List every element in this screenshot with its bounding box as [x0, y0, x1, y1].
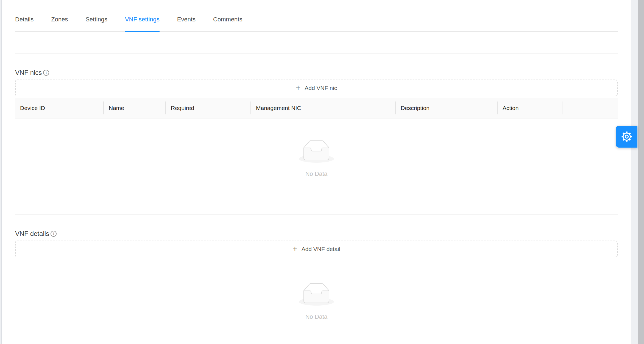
column-header-action: Action — [498, 98, 562, 118]
add-vnf-detail-button[interactable]: + Add VNF detail — [15, 241, 618, 257]
tab-events[interactable]: Events — [177, 0, 196, 31]
column-header-description: Description — [396, 98, 498, 118]
no-data-text: No Data — [305, 313, 328, 320]
vnf-details-title-text: VNF details — [15, 230, 49, 238]
vnf-nics-table-header: Device ID Name Required Management NIC D… — [15, 98, 618, 119]
tab-vnf-settings[interactable]: VNF settings — [125, 0, 160, 31]
info-circle-icon[interactable]: i — [43, 70, 49, 76]
add-vnf-nic-button[interactable]: + Add VNF nic — [15, 80, 618, 96]
add-vnf-nic-label: Add VNF nic — [305, 85, 337, 91]
vnf-nics-empty-state: No Data — [15, 140, 618, 177]
right-gutter — [631, 0, 638, 344]
page: Details Zones Settings VNF settings Even… — [0, 0, 644, 344]
column-header-name: Name — [104, 98, 166, 118]
empty-inbox-icon — [299, 140, 334, 163]
divider — [15, 201, 618, 201]
divider — [15, 214, 618, 215]
tab-settings[interactable]: Settings — [85, 0, 107, 31]
gear-icon — [621, 131, 632, 142]
column-header-device-id: Device ID — [15, 98, 104, 118]
vnf-nics-title: VNF nics i — [15, 69, 49, 77]
scrollbar[interactable] — [638, 0, 644, 344]
column-header-required: Required — [166, 98, 251, 118]
info-circle-icon[interactable]: i — [51, 231, 57, 237]
vnf-nics-title-text: VNF nics — [15, 69, 42, 77]
vnf-details-title: VNF details i — [15, 230, 57, 238]
settings-fab-button[interactable] — [616, 126, 637, 148]
vnf-details-empty-state: No Data — [15, 283, 618, 320]
add-vnf-detail-label: Add VNF detail — [302, 246, 340, 252]
plus-icon: + — [292, 245, 297, 253]
tab-bar: Details Zones Settings VNF settings Even… — [15, 0, 618, 32]
no-data-text: No Data — [305, 170, 328, 177]
column-header-management-nic: Management NIC — [251, 98, 396, 118]
plus-icon: + — [296, 84, 301, 92]
tab-comments[interactable]: Comments — [213, 0, 242, 31]
tab-zones[interactable]: Zones — [51, 0, 68, 31]
tab-details[interactable]: Details — [15, 0, 34, 31]
left-panel-edge — [0, 0, 2, 344]
empty-inbox-icon — [299, 283, 334, 306]
divider — [15, 53, 618, 54]
column-header-empty — [562, 98, 618, 118]
